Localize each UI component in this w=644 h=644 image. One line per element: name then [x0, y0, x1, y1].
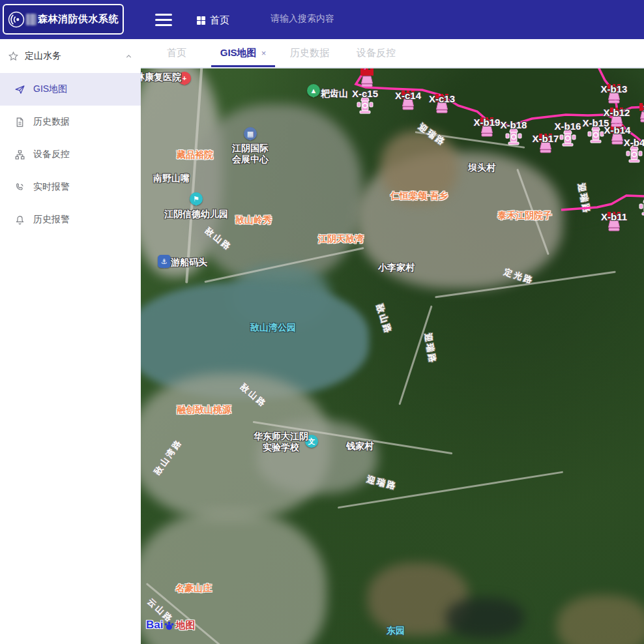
poi-label: 南野山嘴	[153, 173, 190, 184]
nav-home-label: 首页	[210, 14, 229, 27]
device-markers-layer: X-c15	[141, 68, 644, 644]
baidu-paw-icon	[164, 621, 175, 630]
poi-label: 江阴信德幼儿园	[164, 209, 228, 220]
hydrant-label: X-b4	[624, 137, 644, 148]
pin-glyph: ▦	[247, 130, 254, 138]
pin-glyph: +	[183, 74, 186, 82]
tab-home[interactable]: 首页	[143, 39, 210, 67]
menu-toggle-icon[interactable]	[155, 14, 172, 26]
hydrant-label: X-b17	[533, 133, 559, 144]
star-icon	[8, 51, 19, 62]
hydrant-label: X-b12	[604, 107, 630, 118]
sidebar-item-label: 历史报警	[33, 214, 70, 226]
sidebar-item-gis-map[interactable]: GIS地图	[0, 73, 141, 106]
sidebar-item-label: GIS地图	[33, 83, 67, 95]
hydrant-label: X-c14	[395, 90, 421, 101]
poi-pin-icon: ⚑	[190, 192, 203, 205]
hydrant-label: X-b13	[601, 83, 628, 95]
hydrant-label: X-b16	[555, 121, 581, 132]
poi-label: 耙齿山	[321, 88, 348, 99]
tab-device-control[interactable]: 设备反控	[343, 39, 409, 67]
poi-label: 江阴国际 会展中心	[232, 143, 269, 165]
hydrant-label: X-b11	[601, 211, 627, 222]
pin-glyph: ▲	[310, 87, 317, 95]
send-icon	[14, 84, 25, 95]
sidebar-item-device-control[interactable]: 设备反控	[0, 138, 141, 171]
app-title: 森林消防供水系统	[38, 13, 119, 25]
tab-bar: 首页 GIS地图 × 历史数据 设备反控	[141, 39, 644, 68]
baidu-logo-text: Bai	[146, 619, 163, 632]
tab-label: 首页	[167, 47, 186, 59]
nav-home[interactable]: 首页	[197, 14, 229, 27]
poi-label: 林康复医院	[141, 72, 181, 83]
chevron-up-icon	[124, 52, 133, 61]
hydrant-label: X-c15	[352, 88, 378, 99]
poi-label: 敔山湾公园	[250, 322, 296, 333]
baidu-map-attribution: Bai 地图	[146, 619, 195, 632]
poi-label: 泰禾江阴院子	[497, 210, 552, 221]
poi-label: 融创敔山桃源	[177, 404, 231, 415]
poi-pin-icon: ⚓	[158, 255, 171, 268]
tab-label: 设备反控	[357, 47, 396, 59]
sidebar-item-label: 设备反控	[33, 149, 70, 160]
sidebar-group-label: 定山水务	[25, 50, 124, 62]
sidebar-group-dingshan[interactable]: 定山水务	[0, 39, 141, 73]
hydrant-label: X-b18	[501, 119, 527, 130]
poi-label: 钱家村	[346, 441, 373, 452]
pin-glyph: 文	[308, 437, 315, 446]
gis-satellite-map[interactable]: 敔山路迎瑞路迎瑞路定光路敔山路迎瑞路敔山路敔山湾路迎瑞路云山路 +▲▦⚑⚓文 林…	[141, 68, 644, 644]
close-icon[interactable]: ×	[261, 48, 267, 58]
phone-icon	[14, 182, 25, 193]
poi-label: 江阴天敔湾	[318, 233, 364, 244]
grid-icon	[197, 16, 205, 25]
poi-label: 敔山岭秀	[235, 214, 272, 226]
hydrant-label: X-c13	[429, 93, 455, 104]
tab-history-data[interactable]: 历史数据	[276, 39, 343, 67]
sidebar: 定山水务 GIS地图 历史数据 设备反控 实时报警 历史报警	[0, 39, 141, 644]
poi-label: 华东师大江阴 实验学校	[254, 431, 308, 453]
search-input[interactable]	[271, 13, 414, 23]
sidebar-item-label: 历史数据	[33, 116, 70, 128]
poi-label: 东园	[387, 625, 405, 636]
top-navbar: 森林消防供水系统 首页	[0, 0, 644, 39]
sidebar-item-realtime-alarm[interactable]: 实时报警	[0, 171, 141, 203]
pin-glyph: ⚓	[161, 257, 168, 266]
poi-label: 小李家村	[378, 262, 415, 273]
sitemap-icon	[14, 149, 25, 160]
hydrant-alarm-icon	[359, 68, 375, 90]
poi-label: 名豪山庄	[175, 583, 212, 594]
tab-label: GIS地图	[220, 47, 257, 59]
poi-label: 仁恒棠颂·吾乡	[390, 190, 448, 201]
document-icon	[14, 117, 25, 128]
poi-pin-icon: ▲	[307, 84, 320, 97]
app-logo: 森林消防供水系统	[3, 4, 124, 35]
sidebar-item-history-alarm[interactable]: 历史报警	[0, 203, 141, 236]
sonar-logo-icon	[8, 11, 25, 28]
poi-pin-icon: ▦	[244, 127, 257, 140]
poi-label: 坝头村	[468, 162, 495, 173]
sidebar-item-label: 实时报警	[33, 181, 70, 193]
sidebar-item-history-data[interactable]: 历史数据	[0, 106, 141, 138]
baidu-map-text: 地图	[175, 619, 195, 632]
hydrant-label: X-b19	[474, 117, 501, 128]
pin-glyph: ⚑	[193, 195, 199, 203]
redacted-prefix	[26, 14, 37, 25]
bell-icon	[14, 214, 25, 226]
tab-label: 历史数据	[290, 47, 329, 59]
poi-label: 游船码头	[171, 257, 207, 268]
poi-label: 藏品裕院	[177, 149, 213, 160]
hydrant-normal-icon	[639, 196, 644, 220]
tab-gis-map[interactable]: GIS地图 ×	[210, 39, 276, 67]
